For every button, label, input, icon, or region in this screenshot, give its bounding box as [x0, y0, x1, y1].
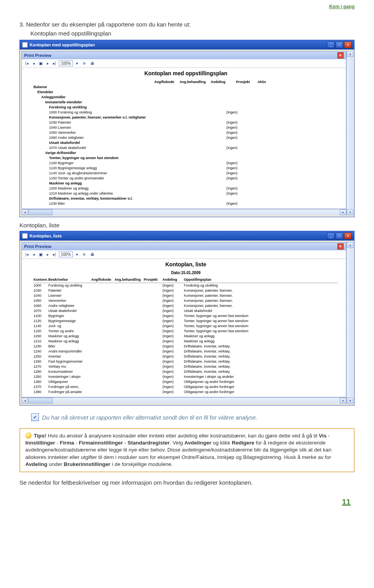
goto-page-icon[interactable]: ▣ — [38, 61, 44, 66]
report2-title: Kontoplan, liste — [34, 261, 338, 267]
zoom-input[interactable]: 100% — [59, 60, 73, 66]
lightbulb-icon — [25, 432, 32, 439]
mouse-icon[interactable]: 🖰 — [81, 61, 87, 66]
goto-page-icon[interactable]: ▣ — [38, 252, 44, 257]
window-title: Kontoplan, liste — [30, 234, 62, 238]
caption-2: Kontoplan, liste — [19, 222, 355, 228]
report1-row: 1100 Bygninger(Ingen) — [34, 161, 338, 166]
prev-page-icon[interactable]: ◂ — [32, 252, 36, 257]
note-row: ✔ Du har nå skrevet ut rapporten eller a… — [31, 413, 355, 421]
maximize-button[interactable]: □ — [335, 232, 343, 239]
report2-row: 1280Kontormaskiner(Ingen)Driftsløsøre, i… — [34, 369, 338, 374]
zoom-dropdown-icon[interactable]: ▾ — [75, 61, 79, 66]
page-number: 11 — [19, 498, 355, 507]
report1-row: 1000 Forskning og utvikling(Ingen) — [34, 110, 338, 115]
report1-row: Tomter, bygninger og annen fast eiendom — [34, 156, 338, 161]
report1-row: Anleggsmidler — [34, 95, 338, 100]
scroll-left-icon[interactable]: ◂ — [21, 209, 28, 215]
horizontal-scrollbar[interactable]: ◂ ▸ — [21, 397, 346, 404]
close-button[interactable]: ✕ — [344, 232, 352, 239]
report2-row: 1050Varemerker(Ingen)Konsesjoner, patent… — [34, 298, 338, 303]
scroll-down-icon[interactable]: ▾ — [347, 209, 353, 215]
report2-row: 1240Andre transportmidler(Ingen)Driftslø… — [34, 349, 338, 354]
titlebar: Kontoplan, liste _ □ ✕ — [20, 231, 354, 241]
preview-header: Print Preview ✕ — [22, 51, 346, 59]
report1-row: 1040 Lisenser(Ingen) — [34, 125, 338, 130]
header-link[interactable]: Kom i gang — [0, 0, 374, 9]
report1-row: 1060 Andre rettigheter(Ingen) — [34, 135, 338, 140]
close-button[interactable]: ✕ — [344, 41, 352, 48]
zoom-input[interactable]: 100% — [59, 251, 73, 257]
preview-close-icon[interactable]: ✕ — [337, 52, 344, 58]
report1-row: 1150 Tomter og andre grunnarealer(Ingen) — [34, 176, 338, 181]
scroll-right-icon[interactable]: ▸ — [340, 398, 346, 404]
scroll-left-icon[interactable]: ◂ — [21, 398, 28, 404]
next-page-icon[interactable]: ▸ — [46, 252, 50, 257]
scroll-up-icon[interactable]: ▴ — [347, 51, 353, 57]
doc-icon — [22, 42, 28, 48]
titlebar: Kontoplan med oppstillingsplan _ □ ✕ — [20, 40, 354, 50]
report2-row: 1260Fast bygningsinventar(Ingen)Driftslø… — [34, 359, 338, 364]
maximize-button[interactable]: □ — [335, 41, 343, 48]
last-page-icon[interactable]: ▸| — [52, 61, 57, 66]
report2-row: 1140Jord- og(Ingen)Tomter, bygninger og … — [34, 324, 338, 329]
vertical-scrollbar[interactable]: ▴ ▾ — [346, 242, 353, 404]
preview-close-icon[interactable]: ✕ — [337, 243, 344, 250]
report2-row: 1150Tomter og andre(Ingen)Tomter, bygnin… — [34, 329, 338, 334]
doc-icon — [22, 233, 28, 239]
scroll-right-icon[interactable]: ▸ — [340, 209, 346, 215]
vertical-scrollbar[interactable]: ▴ ▾ — [346, 51, 353, 215]
report1-row: Immaterielle eiendeler — [34, 100, 338, 105]
report2-row: 1030Patenter(Ingen)Konsesjoner, patenter… — [34, 288, 338, 293]
report1-title: Kontoplan med oppstillingsplan — [34, 70, 338, 76]
footer-text: Se nedenfor for feltbeskrivelser og mer … — [19, 479, 355, 486]
window-title: Kontoplan med oppstillingsplan — [30, 43, 95, 47]
report2-row: 1200Maskiner og anlegg(Ingen)Maskiner og… — [34, 334, 338, 339]
report2-date: Dato:15.01.2009 — [34, 271, 338, 275]
print-icon[interactable]: 🖶 — [89, 252, 95, 257]
intro-sub: Kontoplan med oppstillingsplan — [30, 30, 355, 37]
report2-row: 1370Fordringer på eiere,(Ingen)Obligasjo… — [34, 384, 338, 390]
window-kontoplan-liste: Kontoplan, liste _ □ ✕ Print Preview ✕ |… — [19, 231, 355, 406]
intro-line: 3. Nedenfor ser du eksempler på rapporte… — [19, 21, 355, 28]
minimize-button[interactable]: _ — [327, 41, 335, 48]
tips-label: Tips! — [34, 433, 46, 439]
report2-row: 1360Obligasjoner(Ingen)Obligasjoner og a… — [34, 379, 338, 384]
first-page-icon[interactable]: |◂ — [24, 61, 30, 66]
report1-row: 1210 Maskiner og anlegg under utførelse(… — [34, 191, 338, 196]
print-icon[interactable]: 🖶 — [89, 61, 95, 66]
first-page-icon[interactable]: |◂ — [24, 252, 30, 257]
report2-row: 1380Fordringer på ansatte(Ingen)Obligasj… — [34, 390, 338, 395]
window-kontoplan-oppstilling: Kontoplan med oppstillingsplan _ □ ✕ Pri… — [19, 40, 355, 217]
mouse-icon[interactable]: 🖰 — [81, 252, 87, 257]
report2-row: 1040Lisenser(Ingen)Konsesjoner, patenter… — [34, 293, 338, 298]
horizontal-scrollbar[interactable]: ◂ ▸ — [21, 209, 346, 215]
report1-row: Forskning og utvikling — [34, 105, 338, 110]
report1-headers: Avgiftskode Avg.behandling Avdeling Pros… — [34, 80, 338, 85]
report2-row: 1350Investeringer i aksjer(Ingen)Investe… — [34, 374, 338, 379]
scroll-up-icon[interactable]: ▴ — [347, 242, 353, 248]
report2-row: 1120Bygningsmessige(Ingen)Tomter, bygnin… — [34, 319, 338, 324]
report1-row: 1200 Maskiner og anlegg(Ingen) — [34, 186, 338, 191]
report1-row: Eiendeler — [34, 90, 338, 95]
preview-header: Print Preview ✕ — [22, 243, 346, 250]
report1-row: Varige driftsmidler — [34, 151, 338, 156]
report1-row: Maskiner og anlegg — [34, 181, 338, 186]
report2-row: 1000Forskning og utvikling(Ingen)Forskni… — [34, 283, 338, 288]
report1-row: Konsesjoner, patenter, lisenser, varemer… — [34, 115, 338, 120]
prev-page-icon[interactable]: ◂ — [32, 61, 36, 66]
report1-row: 1140 Jord- og skogbrukseiendommer(Ingen) — [34, 171, 338, 176]
scroll-down-icon[interactable]: ▾ — [347, 398, 353, 404]
report2-row: 1270Verktøy mv.(Ingen)Driftsløsøre, inve… — [34, 364, 338, 369]
preview-toolbar: |◂ ◂ ▣ ▸ ▸| 100% ▾ 🖰 🖶 — [22, 59, 346, 68]
last-page-icon[interactable]: ▸| — [52, 252, 57, 257]
report2-row: 1210Maskiner og anlegg(Ingen)Maskiner og… — [34, 339, 338, 344]
report2-headers: Kontonr. Beskrivelse Avgiftskode Avg.beh… — [34, 277, 338, 283]
report1-row: 1050 Varemerker(Ingen) — [34, 130, 338, 135]
minimize-button[interactable]: _ — [327, 232, 335, 239]
report1-row: 1030 Patenter(Ingen) — [34, 120, 338, 125]
report1-row: Balanse — [34, 85, 338, 90]
checkmark-icon: ✔ — [31, 413, 39, 421]
next-page-icon[interactable]: ▸ — [46, 61, 50, 66]
zoom-dropdown-icon[interactable]: ▾ — [75, 252, 79, 257]
